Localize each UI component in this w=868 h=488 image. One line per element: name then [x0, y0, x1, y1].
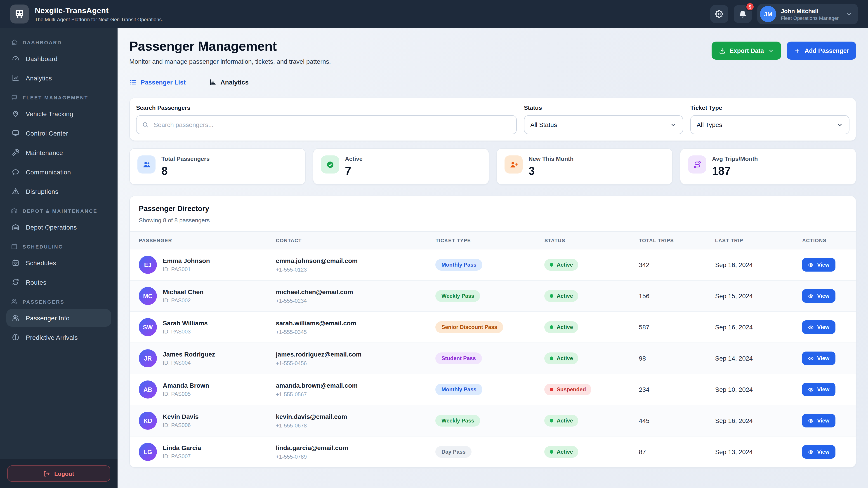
bar-chart-icon: [209, 78, 216, 86]
eye-icon: [808, 449, 814, 455]
sidebar-section-header: Scheduling: [6, 243, 111, 250]
sidebar-section-fleet-management: Fleet Management Vehicle Tracking Contro…: [6, 94, 111, 200]
status-select[interactable]: All Status: [524, 115, 683, 134]
monitor-icon: [12, 129, 20, 137]
sidebar-item-maintenance[interactable]: Maintenance: [6, 144, 111, 161]
notifications-button[interactable]: 5: [734, 5, 752, 23]
search-input[interactable]: [136, 115, 517, 134]
tab-label: Analytics: [220, 78, 249, 86]
table-row: EJ Emma Johnson ID: PAS001 emma.johnson@…: [130, 249, 856, 281]
tab-passenger-list[interactable]: Passenger List: [129, 78, 186, 86]
app-shell: Dashboard Dashboard Analytics Fleet Mana…: [0, 28, 868, 488]
user-menu[interactable]: JM John Mitchell Fleet Operations Manage…: [757, 4, 858, 24]
view-label: View: [817, 293, 829, 299]
sidebar-item-disruptions[interactable]: Disruptions: [6, 183, 111, 200]
sidebar-item-passenger-info[interactable]: Passenger Info: [6, 309, 111, 327]
ticket-type-select-value: All Types: [697, 121, 722, 128]
total-trips: 98: [634, 343, 710, 374]
page-header: Passenger Management Monitor and manage …: [129, 39, 856, 65]
sidebar-item-dashboard[interactable]: Dashboard: [6, 50, 111, 67]
last-trip: Sep 16, 2024: [711, 405, 798, 436]
sidebar-item-depot-operations[interactable]: Depot Operations: [6, 218, 111, 236]
sidebar-item-label: Analytics: [26, 74, 52, 82]
sidebar-nav: Dashboard Dashboard Analytics Fleet Mana…: [0, 28, 118, 459]
passenger-phone: +1-555-0345: [276, 329, 427, 335]
view-label: View: [817, 324, 829, 330]
add-passenger-button[interactable]: Add Passenger: [786, 41, 856, 60]
users-icon: [11, 298, 18, 305]
view-button[interactable]: View: [802, 414, 835, 427]
calendar-check-icon: [12, 259, 20, 267]
table-row: KD Kevin Davis ID: PAS006 kevin.davis@em…: [130, 405, 856, 436]
avatar: EJ: [139, 256, 157, 274]
view-button[interactable]: View: [802, 352, 835, 365]
passenger-name: Kevin Davis: [163, 413, 199, 420]
passenger-id: ID: PAS005: [163, 391, 209, 397]
passenger-name: Amanda Brown: [163, 382, 209, 389]
view-button[interactable]: View: [802, 258, 835, 271]
stat-label: Active: [345, 156, 363, 162]
tab-analytics[interactable]: Analytics: [209, 78, 249, 86]
tab-label: Passenger List: [141, 78, 186, 86]
view-button[interactable]: View: [802, 383, 835, 396]
settings-button[interactable]: [710, 5, 728, 23]
status-badge: Active: [545, 290, 579, 302]
app-logo: [10, 4, 29, 24]
user-role: Fleet Operations Manager: [781, 15, 839, 21]
sidebar-item-analytics[interactable]: Analytics: [6, 69, 111, 87]
column-header-contact: Contact: [271, 232, 431, 249]
logout-button[interactable]: Logout: [7, 465, 110, 482]
brain-icon: [12, 333, 20, 341]
passenger-id: ID: PAS004: [163, 360, 215, 366]
sidebar-item-label: Schedules: [26, 259, 56, 266]
sidebar-item-vehicle-tracking[interactable]: Vehicle Tracking: [6, 105, 111, 123]
top-bar: Nexgile-TransAgent The Multi-Agent Platf…: [0, 0, 868, 28]
sidebar-item-predictive-arrivals[interactable]: Predictive Arrivals: [6, 328, 111, 346]
filters-card: Search Passengers Status All Status Tick…: [129, 98, 856, 141]
status-badge: Suspended: [545, 384, 591, 395]
ticket-type-badge: Weekly Pass: [436, 290, 480, 302]
view-button[interactable]: View: [802, 445, 835, 459]
map-pin-icon: [12, 110, 20, 118]
plus-icon: [794, 47, 800, 54]
view-label: View: [817, 262, 829, 268]
passenger-id: ID: PAS002: [163, 297, 204, 304]
sidebar-item-label: Routes: [26, 279, 46, 286]
bus-icon: [14, 8, 25, 20]
logout-icon: [43, 470, 50, 477]
chevron-down-icon: [836, 121, 843, 128]
status-badge: Active: [545, 352, 579, 364]
export-data-button[interactable]: Export Data: [712, 41, 781, 60]
stat-value: 8: [161, 164, 210, 177]
sidebar-item-communication[interactable]: Communication: [6, 163, 111, 181]
ticket-type-select[interactable]: All Types: [690, 115, 849, 134]
sidebar-item-label: Depot Operations: [26, 223, 77, 231]
sidebar-section-scheduling: Scheduling Schedules Routes: [6, 243, 111, 291]
status-select-value: All Status: [530, 121, 557, 128]
sidebar-item-routes[interactable]: Routes: [6, 273, 111, 291]
passenger-email: kevin.davis@email.com: [276, 413, 427, 420]
chevron-down-icon: [670, 121, 677, 128]
view-button[interactable]: View: [802, 289, 835, 303]
passenger-email: michael.chen@email.com: [276, 288, 427, 295]
table-header-row: PassengerContactTicket TypeStatusTotal T…: [130, 232, 856, 249]
status-dot: [550, 357, 554, 360]
search-icon: [142, 121, 149, 128]
column-header-last-trip: Last Trip: [711, 232, 798, 249]
sidebar-item-schedules[interactable]: Schedules: [6, 254, 111, 271]
sidebar-item-label: Disruptions: [26, 188, 58, 195]
sidebar-item-label: Predictive Arrivals: [26, 334, 78, 341]
stat-label: New This Month: [528, 156, 574, 162]
stat-icon: [321, 156, 339, 173]
list-icon: [129, 78, 136, 86]
route-icon: [693, 160, 702, 169]
stat-value: 187: [712, 164, 758, 177]
column-header-actions: Actions: [798, 232, 856, 249]
total-trips: 234: [634, 374, 710, 405]
eye-icon: [808, 387, 814, 392]
total-trips: 342: [634, 249, 710, 281]
sidebar-section-label: Scheduling: [23, 244, 63, 249]
sidebar-item-control-center[interactable]: Control Center: [6, 124, 111, 142]
passenger-email: emma.johnson@email.com: [276, 257, 427, 264]
view-button[interactable]: View: [802, 320, 835, 334]
